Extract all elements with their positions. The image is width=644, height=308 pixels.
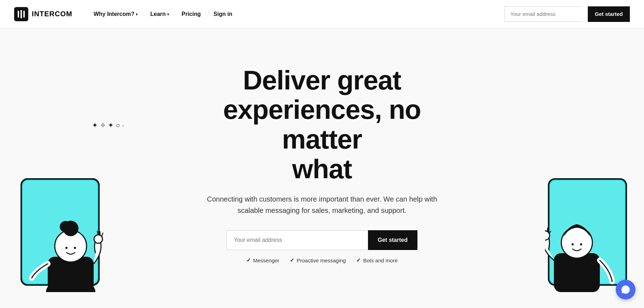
hero-title: Deliver great experiences, no matter wha… <box>188 65 456 184</box>
svg-point-24 <box>545 231 550 240</box>
navbar: INTERCOM Why Intercom? ▾ Learn ▾ Pricing… <box>0 0 644 28</box>
feature-messenger: ✓ Messenger <box>246 257 279 263</box>
logo-link[interactable]: INTERCOM <box>14 7 72 21</box>
hero-features: ✓ Messenger ✓ Proactive messaging ✓ Bots… <box>188 257 456 263</box>
svg-point-13 <box>74 247 76 249</box>
feature-bots-and-more: ✓ Bots and more <box>356 257 398 263</box>
svg-rect-2 <box>21 10 22 18</box>
learn-chevron-icon: ▾ <box>167 12 169 16</box>
svg-point-12 <box>65 247 68 249</box>
hero-subtitle: Connecting with customers is more import… <box>202 193 442 216</box>
hero-email-input[interactable] <box>227 230 368 250</box>
logo-text: INTERCOM <box>32 10 72 18</box>
nav-email-input[interactable] <box>504 6 582 22</box>
hero-get-started-button[interactable]: Get started <box>368 230 417 250</box>
chat-widget-button[interactable] <box>616 280 636 300</box>
svg-point-14 <box>94 235 103 243</box>
svg-point-23 <box>580 243 582 245</box>
decorative-dots: ✦ ✧ ✦ ○ · <box>92 120 124 130</box>
intercom-logo-icon <box>14 7 28 21</box>
nav-pricing[interactable]: Pricing <box>182 11 201 17</box>
why-intercom-chevron-icon: ▾ <box>136 12 137 16</box>
illustration-right <box>545 172 644 294</box>
svg-point-22 <box>572 243 574 245</box>
svg-line-26 <box>547 228 548 231</box>
nav-learn[interactable]: Learn ▾ <box>150 11 169 17</box>
hero-section: ✦ ✧ ✦ ○ · <box>0 28 644 308</box>
nav-why-intercom[interactable]: Why Intercom? ▾ <box>94 11 138 17</box>
svg-point-11 <box>60 221 71 232</box>
illustration-left <box>0 172 106 294</box>
chat-icon <box>621 285 631 295</box>
feature-proactive-messaging: ✓ Proactive messaging <box>290 257 346 263</box>
svg-rect-3 <box>23 11 25 18</box>
hero-cta-wrapper: Get started <box>188 230 456 250</box>
nav-signin[interactable]: Sign in <box>213 11 232 17</box>
hero-content: Deliver great experiences, no matter wha… <box>188 65 456 263</box>
svg-line-17 <box>102 233 103 236</box>
nav-links: Why Intercom? ▾ Learn ▾ Pricing Sign in <box>94 11 504 17</box>
nav-cta: Get started <box>504 6 630 22</box>
svg-rect-1 <box>18 11 19 18</box>
nav-get-started-button[interactable]: Get started <box>588 6 630 22</box>
svg-rect-20 <box>554 253 600 292</box>
